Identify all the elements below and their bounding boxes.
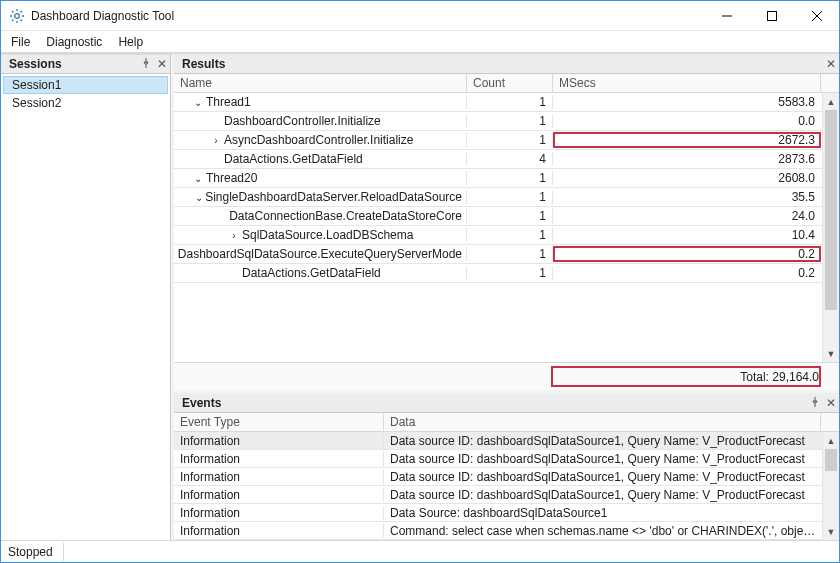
row-msecs: 0.2 xyxy=(553,247,821,261)
column-event-type[interactable]: Event Type xyxy=(174,413,384,431)
row-name: DataActions.GetDataField xyxy=(242,266,381,280)
row-name: SingleDashboardDataServer.ReloadDataSour… xyxy=(205,190,462,204)
close-results-icon[interactable]: ✕ xyxy=(823,57,839,71)
menu-help[interactable]: Help xyxy=(118,35,143,49)
results-row[interactable]: ⌄SingleDashboardDataServer.ReloadDataSou… xyxy=(174,188,839,207)
results-row[interactable]: ›AsyncDashboardController.Initialize1267… xyxy=(174,131,839,150)
event-type: Information xyxy=(174,506,384,520)
event-data: Data source ID: dashboardSqlDataSource1,… xyxy=(384,452,821,466)
scroll-down-icon[interactable]: ▼ xyxy=(823,345,839,362)
scroll-down-icon[interactable]: ▼ xyxy=(823,523,839,540)
row-name: DashboardSqlDataSource.ExecuteQueryServe… xyxy=(178,247,462,261)
event-type: Information xyxy=(174,470,384,484)
menubar: File Diagnostic Help xyxy=(1,31,839,53)
column-msecs[interactable]: MSecs xyxy=(553,74,821,92)
events-row[interactable]: InformationData source ID: dashboardSqlD… xyxy=(174,432,839,450)
events-title: Events xyxy=(182,396,807,410)
row-msecs: 0.0 xyxy=(553,114,821,128)
event-data: Data Source: dashboardSqlDataSource1 xyxy=(384,506,821,520)
row-msecs: 2672.3 xyxy=(553,133,821,147)
results-total: Total: 29,164.0 xyxy=(740,370,819,384)
titlebar: Dashboard Diagnostic Tool xyxy=(1,1,839,31)
sessions-panel: Sessions ✕ Session1Session2 xyxy=(1,54,171,540)
event-type: Information xyxy=(174,524,384,538)
svg-point-0 xyxy=(15,13,20,18)
status-text: Stopped xyxy=(8,545,53,559)
minimize-button[interactable] xyxy=(704,1,749,31)
chevron-right-icon[interactable]: › xyxy=(228,230,240,241)
results-row[interactable]: ⌄Thread2012608.0 xyxy=(174,169,839,188)
events-panel: Events ✕ Event Type Data InformationData… xyxy=(174,393,839,540)
row-name: DashboardController.Initialize xyxy=(224,114,381,128)
pin-icon[interactable] xyxy=(138,57,154,71)
maximize-button[interactable] xyxy=(749,1,794,31)
chevron-right-icon[interactable]: › xyxy=(210,135,222,146)
chevron-down-icon[interactable]: ⌄ xyxy=(192,97,204,108)
results-row[interactable]: DataActions.GetDataField10.2 xyxy=(174,264,839,283)
row-msecs: 5583.8 xyxy=(553,95,821,109)
results-row[interactable]: ›SqlDataSource.LoadDBSchema110.4 xyxy=(174,226,839,245)
event-type: Information xyxy=(174,434,384,448)
row-count: 1 xyxy=(467,228,553,242)
row-msecs: 24.0 xyxy=(553,209,821,223)
scroll-up-icon[interactable]: ▲ xyxy=(823,432,839,449)
column-event-data[interactable]: Data xyxy=(384,413,821,431)
results-total-bar: Total: 29,164.0 xyxy=(174,362,839,390)
events-row[interactable]: InformationData source ID: dashboardSqlD… xyxy=(174,486,839,504)
column-count[interactable]: Count xyxy=(467,74,553,92)
events-scrollbar[interactable]: ▲ ▼ xyxy=(822,432,839,540)
scroll-up-icon[interactable]: ▲ xyxy=(823,93,839,110)
close-events-icon[interactable]: ✕ xyxy=(823,396,839,410)
row-count: 1 xyxy=(467,190,553,204)
row-name: SqlDataSource.LoadDBSchema xyxy=(242,228,413,242)
row-count: 1 xyxy=(467,171,553,185)
row-count: 1 xyxy=(467,114,553,128)
events-grid[interactable]: InformationData source ID: dashboardSqlD… xyxy=(174,432,839,540)
event-type: Information xyxy=(174,488,384,502)
events-pin-icon[interactable] xyxy=(807,396,823,410)
session-item[interactable]: Session2 xyxy=(3,94,168,112)
results-row[interactable]: DashboardSqlDataSource.ExecuteQueryServe… xyxy=(174,245,839,264)
results-scrollbar[interactable]: ▲ ▼ xyxy=(822,93,839,362)
row-msecs: 10.4 xyxy=(553,228,821,242)
results-row[interactable]: DashboardController.Initialize10.0 xyxy=(174,112,839,131)
row-name: Thread20 xyxy=(206,171,257,185)
row-count: 1 xyxy=(467,95,553,109)
results-panel: Results ✕ Name Count MSecs ⌄Thread115583… xyxy=(174,54,839,390)
column-name[interactable]: Name xyxy=(174,74,467,92)
results-row[interactable]: DataConnectionBase.CreateDataStoreCore12… xyxy=(174,207,839,226)
results-header: Name Count MSecs xyxy=(174,74,839,93)
row-count: 1 xyxy=(467,247,553,261)
results-row[interactable]: ⌄Thread115583.8 xyxy=(174,93,839,112)
menu-file[interactable]: File xyxy=(11,35,30,49)
svg-rect-1 xyxy=(767,11,776,20)
event-data: Command: select case when schemas.name <… xyxy=(384,524,821,538)
session-item[interactable]: Session1 xyxy=(3,76,168,94)
event-data: Data source ID: dashboardSqlDataSource1,… xyxy=(384,470,821,484)
row-count: 1 xyxy=(467,266,553,280)
events-row[interactable]: InformationData Source: dashboardSqlData… xyxy=(174,504,839,522)
events-row[interactable]: InformationCommand: select case when sch… xyxy=(174,522,839,540)
chevron-down-icon[interactable]: ⌄ xyxy=(195,192,203,203)
results-row[interactable]: DataActions.GetDataField42873.6 xyxy=(174,150,839,169)
row-msecs: 35.5 xyxy=(553,190,821,204)
row-name: DataConnectionBase.CreateDataStoreCore xyxy=(229,209,462,223)
row-count: 1 xyxy=(467,209,553,223)
sessions-title: Sessions xyxy=(9,57,138,71)
row-msecs: 2608.0 xyxy=(553,171,821,185)
results-title: Results xyxy=(182,57,823,71)
chevron-down-icon[interactable]: ⌄ xyxy=(192,173,204,184)
results-grid[interactable]: ⌄Thread115583.8DashboardController.Initi… xyxy=(174,93,839,362)
events-row[interactable]: InformationData source ID: dashboardSqlD… xyxy=(174,468,839,486)
close-panel-icon[interactable]: ✕ xyxy=(154,57,170,71)
row-msecs: 2873.6 xyxy=(553,152,821,166)
row-msecs: 0.2 xyxy=(553,266,821,280)
menu-diagnostic[interactable]: Diagnostic xyxy=(46,35,102,49)
events-row[interactable]: InformationData source ID: dashboardSqlD… xyxy=(174,450,839,468)
window-title: Dashboard Diagnostic Tool xyxy=(31,9,174,23)
row-count: 1 xyxy=(467,133,553,147)
row-count: 4 xyxy=(467,152,553,166)
status-bar: Stopped xyxy=(1,540,839,562)
close-button[interactable] xyxy=(794,1,839,31)
event-data: Data source ID: dashboardSqlDataSource1,… xyxy=(384,488,821,502)
